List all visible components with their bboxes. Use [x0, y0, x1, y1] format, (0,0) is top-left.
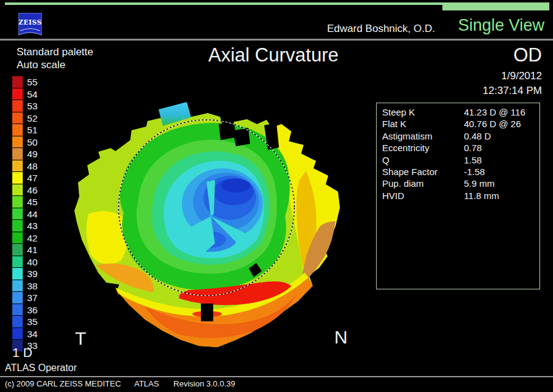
status-bar: (c) 2009 CARL ZEISS MEDITEC ATLAS Revisi…	[5, 379, 235, 388]
eye-label: OD	[514, 44, 543, 66]
color-scale-row: 49	[12, 148, 37, 160]
color-scale-value: 41	[27, 244, 37, 256]
scale-mode-label: Auto scale	[17, 59, 65, 71]
measurement-value: 1.58	[464, 154, 482, 166]
color-scale-row: 45	[12, 196, 37, 208]
color-scale-value: 53	[27, 100, 37, 112]
color-scale-row: 52	[12, 112, 37, 125]
color-scale-value: 42	[27, 232, 37, 244]
atlas-report-screen: ZEISS Edward Boshnick, O.D. Single View …	[0, 0, 553, 392]
color-scale-swatch	[12, 268, 23, 280]
measurement-row: Steep K 41.23 D @ 116	[377, 106, 539, 118]
measurement-row: Eccentricity 0.78	[377, 142, 539, 154]
measurement-row: Shape Factor -1.58	[377, 166, 539, 178]
revision-text: Revision 3.0.0.39	[173, 379, 235, 388]
measurement-label: HVID	[382, 190, 404, 202]
color-scale-swatch	[12, 112, 23, 124]
color-scale-row: 38	[12, 280, 37, 292]
measurement-value: -1.58	[464, 166, 485, 178]
measurement-value: 41.23 D @ 116	[464, 106, 525, 118]
measurement-row: Flat K 40.76 D @ 26	[377, 118, 539, 130]
color-scale-row: 36	[12, 304, 37, 316]
color-scale-swatch	[12, 184, 23, 196]
color-scale-value: 48	[27, 160, 37, 172]
color-scale-value: 35	[27, 316, 37, 327]
color-scale-swatch	[12, 196, 23, 208]
color-scale-row: 37	[12, 292, 37, 304]
color-scale-value: 49	[27, 148, 37, 160]
color-scale-row: 35	[12, 316, 37, 328]
color-scale-swatch	[12, 280, 23, 292]
copyright-text: (c) 2009 CARL ZEISS MEDITEC	[5, 379, 121, 388]
color-scale-swatch	[12, 208, 23, 220]
color-scale-row: 39	[12, 268, 37, 280]
color-scale-value: 55	[27, 76, 37, 88]
color-scale-swatch	[12, 88, 23, 100]
color-scale-row: 55	[12, 76, 37, 88]
color-scale-value: 43	[27, 220, 37, 232]
color-scale-row: 50	[12, 136, 37, 149]
measurement-label: Flat K	[382, 118, 406, 130]
color-scale-swatch	[12, 220, 23, 232]
product-name: ATLAS	[134, 379, 159, 388]
color-scale-value: 50	[27, 136, 37, 148]
color-scale-value: 38	[27, 280, 37, 292]
color-scale-row: 41	[12, 244, 37, 256]
exam-date: 1/9/2012	[501, 70, 542, 82]
color-scale-row: 54	[12, 88, 37, 101]
color-scale-swatch	[12, 76, 23, 88]
scale-step-label: 1 D	[12, 345, 33, 360]
measurement-label: Pup. diam	[382, 178, 424, 189]
color-scale-value: 54	[27, 88, 37, 100]
color-scale-value: 47	[27, 172, 37, 184]
measurement-label: Q	[382, 154, 390, 166]
measurement-value: 5.9 mm	[464, 178, 495, 189]
color-scale-value: 46	[27, 184, 37, 196]
measurement-row: HVID 11.8 mm	[377, 190, 539, 202]
color-scale-swatch	[12, 148, 23, 160]
color-scale-row: 43	[12, 220, 37, 232]
color-scale-swatch	[12, 160, 23, 172]
color-scale-row: 51	[12, 124, 37, 136]
measurement-row: Pup. diam 5.9 mm	[377, 178, 539, 189]
measurement-row: Astigmatism 0.48 D	[377, 130, 539, 142]
measurement-label: Steep K	[382, 106, 415, 118]
color-scale-value: 34	[27, 328, 37, 340]
practice-name: Edward Boshnick, O.D.	[327, 23, 435, 35]
exam-time: 12:37:14 PM	[483, 85, 542, 97]
color-scale-value: 40	[27, 256, 37, 268]
nasal-axis-label: N	[334, 327, 348, 348]
color-scale-swatch	[12, 328, 23, 340]
color-scale-swatch	[12, 256, 23, 268]
color-scale-row: 47	[12, 172, 37, 184]
color-scale-row: 42	[12, 232, 37, 245]
measurement-value: 11.8 mm	[464, 190, 499, 202]
color-scale-value: 45	[27, 196, 37, 208]
color-scale-swatch	[12, 100, 23, 112]
measurement-label: Eccentricity	[382, 142, 429, 154]
header-separator	[0, 39, 553, 41]
color-scale-row: 46	[12, 184, 37, 197]
top-accent-line	[5, 2, 442, 5]
color-scale-value: 37	[27, 292, 37, 304]
color-scale-value: 36	[27, 304, 37, 316]
measurements-panel: Steep K 41.23 D @ 116 Flat K 40.76 D @ 2…	[376, 103, 540, 289]
zeiss-logo-icon: ZEISS	[18, 13, 42, 37]
top-accent-bar	[442, 2, 549, 10]
measurement-row: Q 1.58	[377, 154, 539, 166]
color-scale-row: 48	[12, 160, 37, 173]
color-scale-row: 53	[12, 100, 37, 112]
color-scale-value: 39	[27, 268, 37, 280]
color-scale-swatch	[12, 136, 23, 148]
measurement-label: Shape Factor	[382, 166, 437, 178]
footer-separator	[0, 376, 553, 377]
color-scale-value: 52	[27, 112, 37, 124]
color-scale-value: 44	[27, 208, 37, 220]
color-scale-swatch	[12, 244, 23, 256]
color-scale-row: 44	[12, 208, 37, 221]
temporal-axis-label: T	[75, 328, 86, 349]
measurement-value: 0.78	[464, 142, 482, 154]
color-scale-swatch	[12, 316, 23, 327]
color-scale-swatch	[12, 292, 23, 304]
color-scale-value: 51	[27, 124, 37, 136]
